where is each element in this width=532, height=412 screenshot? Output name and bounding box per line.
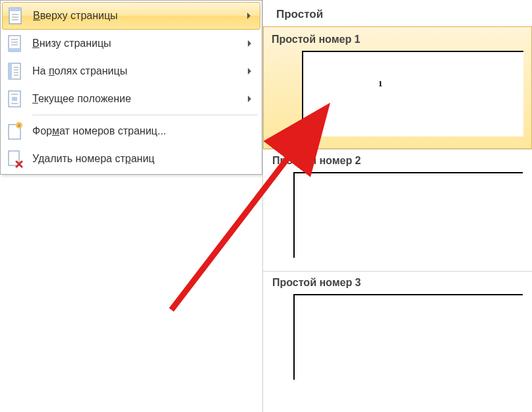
chevron-right-icon xyxy=(247,13,251,19)
menu-item-label: Удалить номера страниц xyxy=(32,153,256,165)
svg-rect-11 xyxy=(9,63,12,79)
gallery-preview-thumbnail: 1 xyxy=(302,51,523,136)
menu-item-format-page-numbers[interactable]: # Формат номеров страниц... xyxy=(2,117,260,145)
gallery-item-simple-2[interactable]: Простой номер 2 xyxy=(263,149,532,258)
gallery-preview-thumbnail xyxy=(293,294,523,380)
chevron-right-icon xyxy=(248,40,251,47)
menu-item-label: На полях страницы xyxy=(32,65,248,77)
page-margins-icon xyxy=(6,62,24,80)
gallery-preview-thumbnail xyxy=(293,172,523,258)
svg-rect-6 xyxy=(9,48,20,51)
menu-item-remove-page-numbers[interactable]: Удалить номера страниц xyxy=(2,145,260,173)
svg-rect-1 xyxy=(9,8,21,11)
menu-item-label: Формат номеров страниц... xyxy=(32,125,256,137)
menu-item-current-position[interactable]: Текущее положение xyxy=(2,85,260,113)
menu-separator xyxy=(32,115,258,115)
page-number-sample: 1 xyxy=(378,78,383,89)
gallery-item-simple-3[interactable]: Простой номер 3 xyxy=(263,271,532,380)
format-numbers-icon: # xyxy=(6,122,24,140)
gallery-item-simple-1[interactable]: Простой номер 1 1 xyxy=(263,26,532,149)
page-number-dropdown: Вверху страницы Внизу страницы На полях … xyxy=(0,0,532,412)
menu-item-page-margins[interactable]: На полях страницы xyxy=(2,57,260,85)
chevron-right-icon xyxy=(248,68,251,74)
menu-item-label: Внизу страницы xyxy=(32,38,248,49)
menu-item-top-of-page[interactable]: Вверху страницы xyxy=(2,2,260,30)
menu-item-label: Текущее положение xyxy=(32,93,248,105)
page-top-icon xyxy=(7,7,25,25)
page-bottom-icon xyxy=(6,34,24,53)
menu-item-label: Вверху страницы xyxy=(33,10,247,22)
menu-item-bottom-of-page[interactable]: Внизу страницы xyxy=(2,30,260,57)
page-current-icon xyxy=(6,90,24,108)
page-number-gallery: Простой Простой номер 1 1 Простой номер … xyxy=(262,0,532,412)
svg-text:#: # xyxy=(18,123,20,128)
gallery-item-title: Простой номер 3 xyxy=(263,272,532,294)
page-number-menu: Вверху страницы Внизу страницы На полях … xyxy=(0,0,262,175)
chevron-right-icon xyxy=(248,96,251,102)
remove-numbers-icon xyxy=(6,150,24,168)
gallery-item-title: Простой номер 2 xyxy=(263,150,532,172)
gallery-item-title: Простой номер 1 xyxy=(264,27,531,51)
svg-rect-17 xyxy=(12,97,17,101)
gallery-section-header: Простой xyxy=(263,0,532,26)
